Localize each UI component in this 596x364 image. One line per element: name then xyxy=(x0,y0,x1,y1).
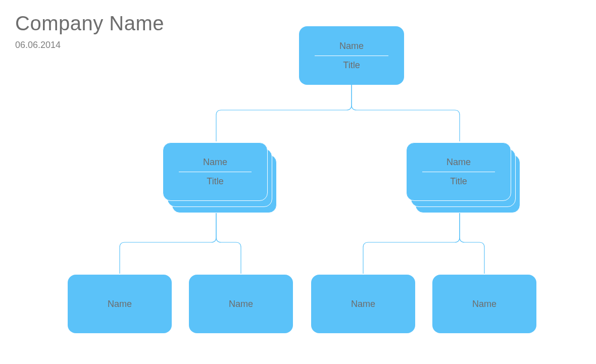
org-leaf-3: Name xyxy=(311,275,415,333)
leaf-name: Name xyxy=(229,299,253,309)
org-leaf-1: Name xyxy=(68,275,172,333)
org-chart-canvas: Name Title Name Title Name Title Name Na… xyxy=(0,0,596,364)
leaf-name: Name xyxy=(108,299,132,309)
org-leaf-2: Name xyxy=(189,275,293,333)
leaf-name: Name xyxy=(351,299,375,309)
org-node-right-stack: Name Title xyxy=(406,142,520,214)
node-name: Name xyxy=(203,154,227,172)
node-name: Name xyxy=(446,154,471,172)
org-node-left-stack: Name Title xyxy=(163,142,277,214)
node-title: Title xyxy=(450,172,467,190)
node-name: Name xyxy=(339,38,364,56)
org-leaf-4: Name xyxy=(432,275,536,333)
org-node-left: Name Title xyxy=(163,142,268,201)
leaf-name: Name xyxy=(472,299,496,309)
node-title: Title xyxy=(207,172,223,190)
org-node-right: Name Title xyxy=(406,142,511,201)
node-title: Title xyxy=(343,56,360,74)
org-root-node: Name Title xyxy=(299,26,404,85)
